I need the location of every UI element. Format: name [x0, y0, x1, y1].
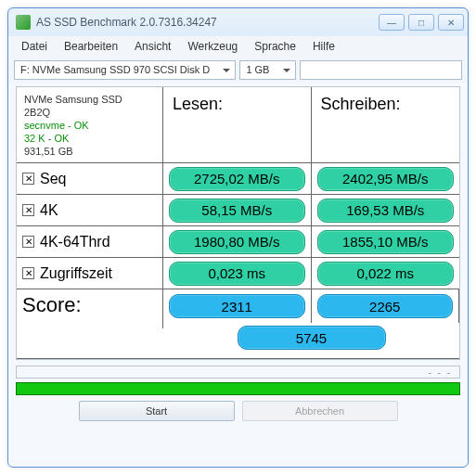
progress-bar-2: [16, 382, 460, 395]
app-window: AS SSD Benchmark 2.0.7316.34247 — □ ✕ Da…: [7, 7, 469, 468]
toolbar: F: NVMe Samsung SSD 970 SCSI Disk D 1 GB: [8, 57, 468, 83]
column-write: Schreiben:: [312, 87, 460, 163]
seq-checkbox[interactable]: ✕: [22, 173, 34, 185]
start-button[interactable]: Start: [79, 401, 235, 421]
access-label: Zugriffszeit: [40, 265, 112, 282]
4k-label: 4K: [40, 202, 58, 219]
menu-lang[interactable]: Sprache: [247, 38, 303, 55]
button-row: Start Abbrechen: [16, 401, 460, 421]
size-select-value: 1 GB: [246, 64, 269, 75]
seq-read: 2725,02 MB/s: [169, 167, 305, 191]
seq-label: Seq: [40, 171, 66, 187]
driver-status: secnvme - OK: [24, 119, 155, 132]
score-total: 5745: [238, 326, 386, 350]
4k64-label: 4K-64Thrd: [40, 234, 110, 250]
window-title: AS SSD Benchmark 2.0.7316.34247: [36, 16, 379, 29]
capacity: 931,51 GB: [24, 145, 155, 158]
4k64-checkbox[interactable]: ✕: [22, 236, 34, 248]
progress-marker: - - -: [428, 366, 452, 378]
maximize-button[interactable]: □: [408, 14, 434, 31]
4k-read: 58,15 MB/s: [169, 199, 305, 223]
title-bar: AS SSD Benchmark 2.0.7316.34247 — □ ✕: [8, 8, 468, 36]
results-panel: NVMe Samsung SSD 2B2Q secnvme - OK 32 K …: [16, 86, 460, 360]
4k64-read: 1980,80 MB/s: [169, 230, 305, 254]
window-buttons: — □ ✕: [379, 14, 464, 31]
column-read: Lesen:: [163, 87, 312, 163]
drive-info: NVMe Samsung SSD 2B2Q secnvme - OK 32 K …: [17, 87, 163, 163]
score-label: Score:: [17, 289, 163, 328]
minimize-button[interactable]: —: [379, 14, 405, 31]
menu-file[interactable]: Datei: [14, 38, 55, 55]
drive-select[interactable]: F: NVMe Samsung SSD 970 SCSI Disk D: [14, 60, 236, 80]
size-select[interactable]: 1 GB: [239, 60, 296, 80]
search-input[interactable]: [300, 60, 462, 80]
score-read: 2311: [169, 294, 305, 318]
4k-checkbox[interactable]: ✕: [22, 204, 34, 216]
firmware: 2B2Q: [24, 106, 155, 119]
menu-edit[interactable]: Bearbeiten: [57, 38, 125, 55]
access-checkbox[interactable]: ✕: [22, 267, 34, 279]
alignment: 32 K - OK: [24, 132, 155, 145]
menu-tool[interactable]: Werkzeug: [180, 38, 245, 55]
row-access: ✕ Zugriffszeit 0,023 ms 0,022 ms: [17, 258, 459, 289]
app-icon: [16, 15, 31, 30]
seq-write: 2402,95 MB/s: [317, 167, 455, 191]
header-row: NVMe Samsung SSD 2B2Q secnvme - OK 32 K …: [17, 87, 459, 163]
score-row: Score: 2311 2265 5745: [17, 289, 459, 359]
drive-name: NVMe Samsung SSD: [24, 93, 155, 106]
4k-write: 169,53 MB/s: [317, 199, 455, 223]
row-seq: ✕ Seq 2725,02 MB/s 2402,95 MB/s: [17, 163, 459, 195]
menu-bar: Datei Bearbeiten Ansicht Werkzeug Sprach…: [8, 36, 468, 57]
close-button[interactable]: ✕: [438, 14, 464, 31]
access-write: 0,022 ms: [317, 262, 455, 286]
cancel-button: Abbrechen: [242, 401, 398, 421]
menu-view[interactable]: Ansicht: [127, 38, 178, 55]
progress-area: - - -: [16, 366, 460, 395]
access-read: 0,023 ms: [169, 262, 305, 286]
row-4k64: ✕ 4K-64Thrd 1980,80 MB/s 1855,10 MB/s: [17, 226, 459, 258]
drive-select-value: F: NVMe Samsung SSD 970 SCSI Disk D: [20, 64, 210, 75]
row-4k: ✕ 4K 58,15 MB/s 169,53 MB/s: [17, 195, 459, 226]
4k64-write: 1855,10 MB/s: [317, 230, 455, 254]
progress-bar-1: - - -: [16, 366, 460, 379]
menu-help[interactable]: Hilfe: [305, 38, 342, 55]
score-write: 2265: [317, 294, 454, 318]
